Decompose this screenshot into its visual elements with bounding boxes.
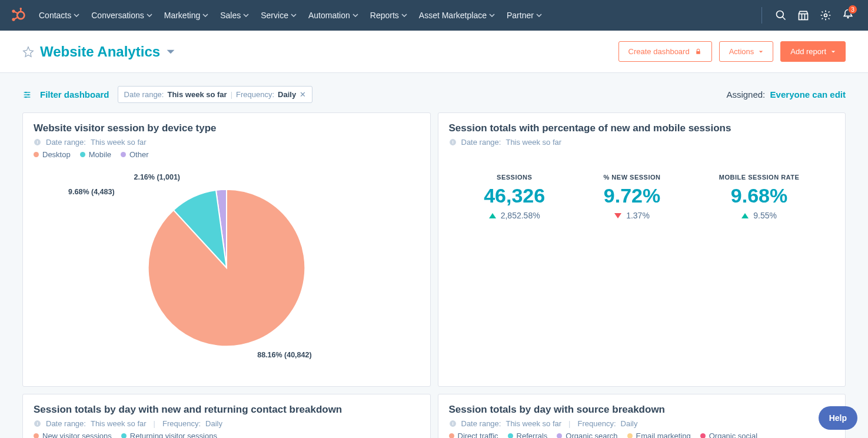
search-icon[interactable]: [775, 9, 787, 21]
svg-point-13: [847, 16, 849, 18]
marketplace-icon[interactable]: [797, 9, 809, 21]
card-meta: i Date range: This week so far: [34, 138, 420, 147]
nav-right: 3: [761, 7, 859, 24]
pie-svg: [144, 185, 309, 350]
card-device-type: Website visitor session by device type i…: [22, 112, 431, 387]
favorite-star-icon[interactable]: [22, 46, 34, 58]
info-icon[interactable]: i: [449, 138, 457, 146]
legend: Desktop Mobile Other: [34, 150, 420, 159]
pie-label-desktop: 88.16% (40,842): [257, 351, 311, 359]
nav-contacts[interactable]: Contacts: [34, 6, 84, 25]
svg-point-2: [17, 12, 24, 19]
legend-item[interactable]: Email marketing: [627, 432, 691, 438]
card-title: Session totals by day with new and retur…: [34, 404, 420, 416]
nav-reports[interactable]: Reports: [365, 6, 412, 25]
svg-point-7: [777, 11, 784, 18]
legend-item[interactable]: New visitor sessions: [34, 432, 112, 438]
nav-partner[interactable]: Partner: [502, 6, 547, 25]
pie-chart: 2.16% (1,001) 9.68% (4,483) 88.16% (40,8…: [34, 159, 420, 377]
help-button[interactable]: Help: [819, 406, 857, 430]
create-dashboard-button[interactable]: Create dashboard: [618, 41, 712, 62]
legend-item[interactable]: Referrals: [508, 432, 548, 438]
nav-conversations[interactable]: Conversations: [87, 6, 157, 25]
trend-up-icon: [489, 213, 496, 218]
filter-chip[interactable]: Date range: This week so far | Frequency…: [118, 86, 313, 103]
assigned-link[interactable]: Everyone can edit: [770, 89, 846, 99]
svg-text:i: i: [36, 140, 38, 145]
nav-automation[interactable]: Automation: [304, 6, 363, 25]
nav-service[interactable]: Service: [256, 6, 301, 25]
lock-icon: [694, 48, 702, 55]
kpi-row: SESSIONS 46,326 2,852.58% % NEW SESSION …: [449, 150, 835, 232]
card-title: Session totals by day with source breakd…: [449, 404, 835, 416]
filter-dashboard-link[interactable]: Filter dashboard: [40, 89, 109, 99]
svg-point-6: [20, 8, 22, 10]
caret-down-icon: [831, 49, 836, 54]
pie-label-other: 2.16% (1,001): [134, 173, 180, 181]
svg-text:i: i: [452, 140, 453, 145]
svg-rect-14: [696, 51, 700, 54]
notification-badge: 3: [848, 5, 857, 14]
trend-up-icon: [741, 213, 749, 218]
kpi-new-session: % NEW SESSION 9.72% 1.37%: [604, 174, 661, 220]
nav-asset-marketplace[interactable]: Asset Marketplace: [414, 6, 500, 25]
legend-item[interactable]: Returning visitor sessions: [121, 432, 217, 438]
header-actions: Create dashboard Actions Add report: [618, 41, 846, 62]
nav-items: Contacts Conversations Marketing Sales S…: [34, 6, 547, 25]
card-meta: i Date range: This week so far | Frequen…: [34, 419, 420, 428]
dashboard-grid: Website visitor session by device type i…: [0, 112, 868, 438]
dashboard-title[interactable]: Website Analytics: [40, 44, 160, 60]
card-title: Session totals with percentage of new an…: [449, 122, 835, 134]
add-report-button[interactable]: Add report: [780, 41, 846, 62]
svg-point-12: [824, 14, 827, 17]
hubspot-logo-icon[interactable]: [9, 7, 26, 24]
legend: Direct traffic Referrals Organic search …: [449, 432, 835, 438]
settings-icon[interactable]: [820, 9, 832, 21]
filter-icon[interactable]: [22, 90, 32, 99]
card-meta: i Date range: This week so far | Frequen…: [449, 419, 835, 428]
page-header: Website Analytics Create dashboard Actio…: [0, 31, 868, 73]
filter-bar: Filter dashboard Date range: This week s…: [0, 73, 868, 112]
svg-text:i: i: [452, 421, 453, 426]
legend-item-desktop[interactable]: Desktop: [34, 150, 71, 159]
svg-text:i: i: [36, 421, 38, 426]
nav-sales[interactable]: Sales: [215, 6, 254, 25]
notifications-icon[interactable]: 3: [842, 8, 854, 22]
title-dropdown-icon[interactable]: [166, 47, 175, 57]
nav-marketing[interactable]: Marketing: [159, 6, 213, 25]
caret-down-icon: [759, 49, 763, 54]
svg-point-20: [25, 96, 27, 98]
legend-item-mobile[interactable]: Mobile: [80, 150, 111, 159]
card-meta: i Date range: This week so far: [449, 138, 835, 147]
card-source-breakdown: Session totals by day with source breakd…: [438, 394, 846, 438]
card-title: Website visitor session by device type: [34, 122, 420, 134]
legend-item-other[interactable]: Other: [121, 150, 149, 159]
svg-point-18: [25, 91, 27, 93]
actions-button[interactable]: Actions: [719, 41, 774, 62]
legend-item[interactable]: Organic social: [700, 432, 757, 438]
svg-line-8: [783, 17, 786, 20]
nav-divider: [761, 7, 762, 24]
assigned-block: Assigned: Everyone can edit: [726, 89, 846, 99]
legend-item[interactable]: Direct traffic: [449, 432, 498, 438]
remove-filter-icon[interactable]: ✕: [300, 90, 306, 99]
info-icon[interactable]: i: [34, 138, 41, 146]
info-icon[interactable]: i: [449, 420, 457, 427]
card-session-totals: Session totals with percentage of new an…: [438, 112, 846, 387]
legend: New visitor sessions Returning visitor s…: [34, 432, 420, 438]
pie-label-mobile: 9.68% (4,483): [68, 188, 115, 196]
info-icon[interactable]: i: [34, 420, 41, 427]
top-nav: Contacts Conversations Marketing Sales S…: [0, 0, 868, 31]
trend-down-icon: [614, 213, 621, 218]
legend-item[interactable]: Organic search: [557, 432, 617, 438]
kpi-mobile-rate: MOBILE SESSION RATE 9.68% 9.55%: [719, 174, 799, 220]
svg-point-19: [28, 94, 29, 95]
card-new-returning: Session totals by day with new and retur…: [22, 394, 431, 438]
kpi-sessions: SESSIONS 46,326 2,852.58%: [484, 174, 545, 220]
svg-rect-9: [799, 14, 808, 20]
